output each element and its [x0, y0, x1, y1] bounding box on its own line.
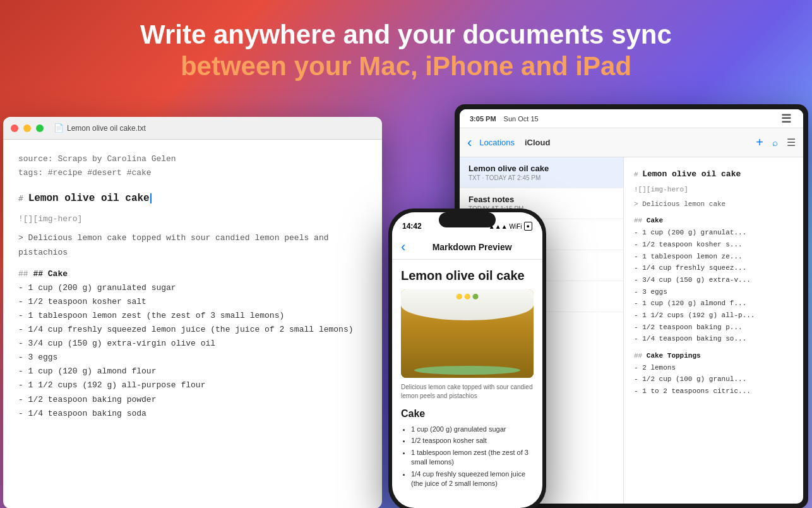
- detail-item: - 1/2 teaspoon baking p...: [634, 322, 793, 334]
- detail-img-placeholder: ![][img-hero]: [634, 184, 793, 196]
- iphone-notch: [439, 212, 496, 227]
- list-item-title: Lemon olive oil cake: [469, 164, 614, 173]
- meta-tags: tags: #recipe #desert #cake: [18, 166, 367, 180]
- detail-item: - 1/2 teaspoon kosher s...: [634, 239, 793, 251]
- ingredient-9: - 1/2 teaspoon baking powder: [18, 393, 367, 407]
- iphone-recipe-title: Lemon olive oil cake: [401, 269, 534, 283]
- locations-label: Locations: [479, 138, 515, 147]
- meta-source: source: Scraps by Carolina Gelen: [18, 152, 367, 166]
- ipad-more-icon: ☰: [781, 112, 793, 126]
- ipad-detail-pane: # Lemon olive oil cake ![][img-hero] > D…: [624, 157, 803, 504]
- search-icon[interactable]: ⌕: [772, 137, 778, 148]
- iphone-ingredient: 1/2 teaspoon kosher salt: [411, 436, 534, 445]
- ipad-toolbar: ‹ Locations iCloud + ⌕ ☰: [460, 128, 803, 157]
- img-placeholder: ![][img-hero]: [18, 212, 367, 226]
- hero-section: Write anywhere and your documents sync b…: [0, 19, 812, 83]
- detail-item: - 1/4 teaspoon baking so...: [634, 333, 793, 345]
- mac-window: 📄 Lemon olive oil cake.txt source: Scrap…: [3, 117, 382, 508]
- iphone-image-caption: Delicious lemon cake topped with sour ca…: [401, 383, 534, 401]
- hamburger-icon[interactable]: ☰: [787, 136, 796, 148]
- cake-heading: ## Cake: [33, 269, 68, 279]
- iphone-cake-image: 🟡🟡🟢: [401, 289, 534, 378]
- detail-item: - 1 tablespoon lemon ze...: [634, 251, 793, 263]
- ipad-statusbar: 3:05 PM Sun Oct 15 ☰: [460, 109, 803, 128]
- mac-minimize-button[interactable]: [23, 124, 31, 132]
- mac-title-text: Lemon olive oil cake.txt: [67, 124, 146, 133]
- detail-item: - 3 eggs: [634, 286, 793, 298]
- detail-item: - 1 cup (200 g) granulat...: [634, 227, 793, 239]
- detail-item: - 1 cup (120 g) almond f...: [634, 298, 793, 310]
- ingredient-7: - 1 cup (120 g) almond flour: [18, 365, 367, 378]
- detail-cake-heading-wrapper: ## Cake: [634, 215, 793, 227]
- iphone-nav-title: Markdown Preview: [410, 242, 534, 252]
- iphone-cake-section-heading: Cake: [401, 408, 534, 420]
- detail-blockquote-text: Delicious lemon cake: [642, 200, 725, 208]
- ipad-date: Sun Oct 15: [504, 115, 539, 123]
- blockquote: > Delicious lemon cake topped with sour …: [18, 231, 367, 259]
- iphone-ingredients-list: 1 cup (200 g) granulated sugar 1/2 teasp…: [401, 425, 534, 488]
- detail-toppings-heading: Cake Toppings: [647, 352, 701, 360]
- detail-blockquote: > Delicious lemon cake: [634, 198, 793, 210]
- text-cursor: [150, 193, 152, 203]
- mac-editor-content[interactable]: source: Scraps by Carolina Gelen tags: #…: [3, 140, 382, 433]
- detail-item: - 3/4 cup (150 g) extra-v...: [634, 274, 793, 286]
- iphone-screen: 14:42 ▲▲▲ WiFi ● ‹ Markdown Preview Lemo…: [392, 212, 542, 508]
- doc-heading1: Lemon olive oil cake: [28, 193, 150, 204]
- list-item-title: Feast notes: [469, 195, 614, 204]
- ingredient-2: - 1/2 teaspoon kosher salt: [18, 295, 367, 309]
- list-item[interactable]: Lemon olive oil cake TXT · TODAY AT 2:45…: [460, 157, 623, 188]
- iphone-back-button[interactable]: ‹: [401, 239, 405, 255]
- detail-toppings-heading-wrapper: ## Cake Toppings: [634, 350, 793, 362]
- ingredient-1: - 1 cup (200 g) granulated sugar: [18, 281, 367, 295]
- mac-close-button[interactable]: [11, 124, 18, 132]
- mac-maximize-button[interactable]: [36, 124, 44, 132]
- iphone-ingredient: 1 cup (200 g) granulated sugar: [411, 425, 534, 434]
- hero-line2: between your Mac, iPhone and iPad: [0, 51, 812, 82]
- detail-ingredients: - 1 cup (200 g) granulat... - 1/2 teaspo…: [634, 227, 793, 345]
- document-icon: 📄: [54, 123, 64, 133]
- ingredient-5: - 3/4 cup (150 g) extra-virgin olive oil: [18, 337, 367, 351]
- iphone-ingredient: 1 tablespoon lemon zest (the zest of 3 s…: [411, 448, 534, 468]
- hero-bold-text: Write anywhere: [140, 20, 336, 49]
- iphone-time: 14:42: [402, 222, 422, 231]
- iphone-titlebar: ‹ Markdown Preview: [392, 235, 542, 260]
- detail-topping: - 1/2 cup (100 g) granul...: [634, 373, 793, 385]
- ipad-back-button[interactable]: ‹: [467, 135, 472, 151]
- detail-topping: - 2 lemons: [634, 362, 793, 374]
- iphone-content[interactable]: Lemon olive oil cake 🟡🟡🟢 Delicious lemon: [392, 260, 542, 508]
- mac-window-title: 📄 Lemon olive oil cake.txt: [54, 123, 146, 133]
- mac-titlebar: 📄 Lemon olive oil cake.txt: [3, 117, 382, 140]
- ingredients-list: - 1 cup (200 g) granulated sugar - 1/2 t…: [18, 281, 367, 421]
- iphone-ingredient: 1/4 cup freshly squeezed lemon juice (th…: [411, 469, 534, 489]
- detail-toppings: - 2 lemons - 1/2 cup (100 g) granul... -…: [634, 362, 793, 397]
- locations-button[interactable]: Locations: [479, 138, 515, 147]
- battery-icon: ●: [524, 222, 532, 231]
- iphone-device: 14:42 ▲▲▲ WiFi ● ‹ Markdown Preview Lemo…: [388, 209, 546, 508]
- detail-topping: - 1 to 2 teaspoons citric...: [634, 385, 793, 397]
- ipad-toolbar-icons: + ⌕ ☰: [756, 135, 796, 150]
- wifi-icon: WiFi: [510, 223, 522, 230]
- icloud-button[interactable]: iCloud: [525, 138, 550, 147]
- hero-line1-rest: and your documents sync: [336, 20, 672, 49]
- detail-heading1: Lemon olive oil cake: [642, 169, 741, 179]
- iphone-status-icons: ▲▲▲ WiFi ●: [489, 222, 532, 231]
- ingredient-8: - 1 1/2 cups (192 g) all-purpose flour: [18, 378, 367, 392]
- detail-cake-heading: Cake: [647, 217, 663, 224]
- detail-item: - 1 1/2 cups (192 g) all-p...: [634, 310, 793, 322]
- ingredient-4: - 1/4 cup freshly squeezed lemon juice (…: [18, 323, 367, 337]
- ipad-time: 3:05 PM: [470, 115, 496, 123]
- ingredient-6: - 3 eggs: [18, 351, 367, 365]
- detail-item: - 1/4 cup freshly squeez...: [634, 262, 793, 274]
- ingredient-10: - 1/4 teaspoon baking soda: [18, 407, 367, 421]
- add-icon[interactable]: +: [756, 135, 763, 150]
- list-item-meta: TXT · TODAY AT 2:45 PM: [469, 174, 614, 181]
- ingredient-3: - 1 tablespoon lemon zest (the zest of 3…: [18, 309, 367, 323]
